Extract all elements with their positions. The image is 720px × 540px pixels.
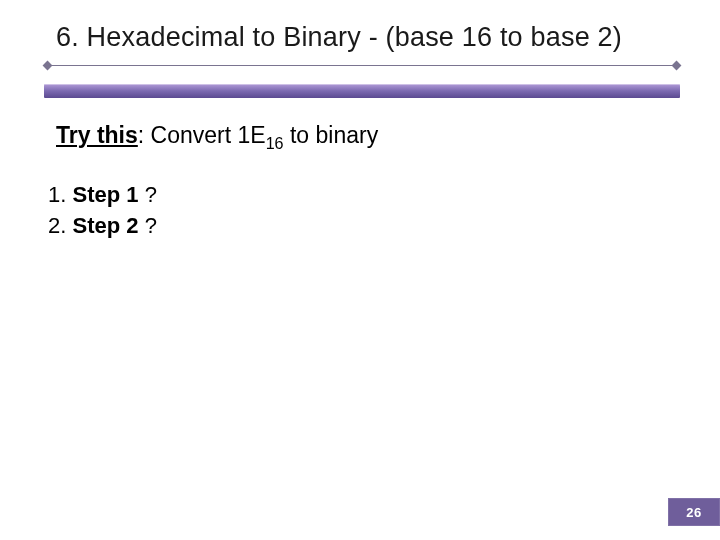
slide: 6. Hexadecimal to Binary - (base 16 to b… [0,0,720,540]
step-tail: ? [139,213,157,238]
step-tail: ? [139,182,157,207]
try-this-prompt: Try this: Convert 1E16 to binary [56,122,378,153]
step-number: 1. [48,182,66,207]
page-number-badge: 26 [668,498,720,526]
page-number: 26 [686,505,701,520]
slide-title: 6. Hexadecimal to Binary - (base 16 to b… [56,22,680,53]
step-number: 2. [48,213,66,238]
steps-list: 1. Step 1 ? 2. Step 2 ? [48,180,157,242]
rule-diamond-right-icon [672,61,682,71]
step-name: Step 2 [72,213,138,238]
accent-bar [44,84,680,98]
prompt-subscript: 16 [266,134,284,152]
title-rule [44,62,680,70]
rule-line [50,65,674,66]
prompt-text-before: Convert 1E [144,122,265,148]
step-item: 1. Step 1 ? [48,180,157,211]
step-name: Step 1 [72,182,138,207]
step-item: 2. Step 2 ? [48,211,157,242]
prompt-text-after: to binary [284,122,379,148]
prompt-lead: Try this [56,122,138,148]
